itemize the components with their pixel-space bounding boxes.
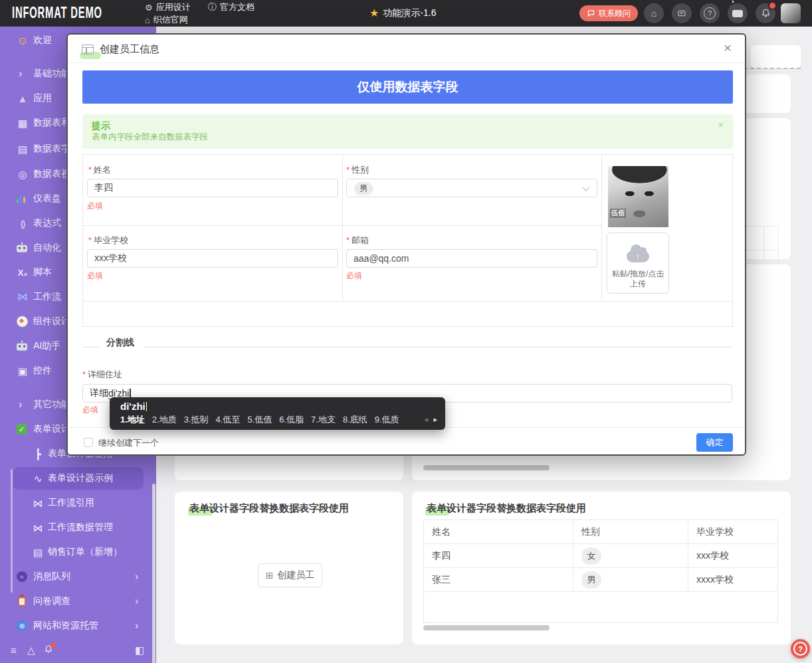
required-asterisk: *: [88, 165, 92, 175]
ime-candidate[interactable]: 4.低至: [216, 414, 241, 426]
topbar: INFORMAT DEMO ⚙ 应用设计 ⓘ 官方文档 ⌂ 织信官网 ★ 功能演…: [0, 0, 812, 27]
sidebar-item-label: 组件设计: [33, 316, 70, 328]
panel-title-text: 表单设计器字段替换数据表字段使用: [427, 502, 586, 514]
nav-official-docs[interactable]: ⓘ 官方文档: [208, 1, 254, 13]
gender-select[interactable]: 男: [346, 179, 597, 197]
required-asterisk: *: [82, 369, 86, 379]
ime-candidate[interactable]: 3.抵制: [184, 414, 209, 426]
sidebar-item-label: 自动化: [33, 242, 61, 254]
modal-title: 创建员工信息: [100, 43, 159, 56]
bell-badge-dot: [51, 643, 56, 648]
sidebar-item-label: 数据表字: [33, 143, 70, 155]
panel-title-text: 表单设计器字段替换数据表字段使用: [189, 502, 349, 514]
gender-tag: 女: [581, 547, 601, 565]
help-button[interactable]: ?: [700, 3, 720, 23]
floating-help-button[interactable]: ?: [791, 639, 810, 658]
horizontal-scrollbar-thumb[interactable]: [423, 625, 550, 630]
panel-title: 表单设计器字段替换数据表字段使用: [427, 502, 586, 515]
triangle-icon[interactable]: △: [27, 644, 35, 656]
label-text: 邮箱: [352, 235, 369, 245]
check-glyph: ✓: [19, 425, 25, 434]
script-icon: X₂: [17, 268, 29, 277]
sidebar-scrollbar[interactable]: [152, 484, 155, 663]
school-input[interactable]: [87, 249, 338, 268]
globe-glyph: ⊕: [19, 622, 25, 630]
ime-candidate[interactable]: 2.地质: [152, 414, 177, 426]
sidebar-item-label: 消息队列: [33, 571, 70, 583]
ime-candidate[interactable]: 6.低脂: [279, 414, 304, 426]
ime-candidate[interactable]: 8.底纸: [343, 414, 367, 426]
close-icon[interactable]: ×: [724, 41, 732, 56]
ime-candidate-window: di'zhi 1.地址 2.地质 3.抵制 4.低至 5.低值 6.低脂 7.地…: [110, 397, 445, 430]
workflow-icon: ⋈: [32, 523, 44, 533]
ime-cursor: [146, 402, 148, 411]
alert-title: 提示: [92, 120, 724, 132]
upload-dropzone[interactable]: ↑ 粘贴/拖放/点击 上传: [607, 233, 669, 294]
form-designer-panel-right: 表单设计器字段替换数据表字段使用 姓名 性别 毕业学校 李四 女 xxx学校 张…: [412, 492, 791, 644]
mountain-icon: ▲: [17, 94, 29, 104]
ime-page-prev-icon[interactable]: ◂: [424, 415, 428, 424]
home-button[interactable]: ⌂: [644, 3, 664, 23]
sidebar-subitem-workflow-reference[interactable]: ⋈ 工作流引用: [0, 494, 156, 512]
ime-candidate[interactable]: 1.地址: [120, 414, 145, 426]
sidebar-item-label: 网站和资源托管: [33, 620, 98, 632]
sidebar-item-label: 应用: [33, 92, 52, 104]
sidebar-subitem-workflow-data[interactable]: ⋈ 工作流数据管理: [0, 518, 156, 537]
chevron-right-icon: ›: [19, 68, 22, 80]
gender-tag: 男: [354, 182, 373, 195]
sidebar-item-label: 数据表和: [33, 117, 70, 129]
nav-label: 织信官网: [153, 14, 188, 26]
ime-candidate[interactable]: 5.低值: [247, 414, 272, 426]
sidebar-item-label: 控件: [33, 365, 52, 377]
table-row[interactable]: 张三 男 xxxx学校: [424, 568, 778, 592]
workflow-icon: ⋈: [17, 292, 29, 302]
alert-close-icon[interactable]: ×: [718, 120, 724, 130]
sidebar-item-label: 问卷调查: [33, 595, 70, 607]
sidebar-subitem-form-designer-example[interactable]: ∿ 表单设计器示例: [13, 467, 144, 490]
user-avatar[interactable]: [781, 3, 801, 23]
feedback-button[interactable]: [672, 3, 692, 23]
horizontal-scrollbar-thumb[interactable]: [423, 465, 550, 470]
sidebar-group-hosting[interactable]: ⊕ 网站和资源托管 ›: [0, 616, 156, 635]
table-rows-icon: ▤: [17, 144, 29, 154]
ime-candidate[interactable]: 9.低质: [375, 414, 399, 426]
question-circle-icon: ?: [793, 642, 807, 656]
cell-name: 李四: [424, 544, 573, 568]
assistant-robot-button[interactable]: [728, 3, 748, 23]
create-employee-modal: 创建员工信息 × 仅使用数据表字段 提示 表单内字段全部来自数据表字段 × *姓…: [66, 33, 746, 456]
label-text: 详细住址: [88, 369, 122, 379]
question-circle-icon: ?: [704, 7, 716, 19]
table-row[interactable]: 李四 女 xxx学校: [424, 544, 778, 568]
nav-label: 官方文档: [220, 1, 254, 13]
continue-create-checkbox[interactable]: [84, 438, 93, 447]
menu-icon[interactable]: ≡: [11, 644, 17, 656]
ime-candidate[interactable]: 7.地支: [311, 414, 336, 426]
cell-name: 张三: [424, 568, 573, 592]
blue-banner: 仅使用数据表字段: [82, 70, 733, 104]
contact-consultant-button[interactable]: 联系顾问: [579, 5, 638, 21]
name-input[interactable]: [87, 179, 338, 197]
employee-photo[interactable]: 伍佰: [608, 166, 668, 227]
upload-hint-line2: 上传: [612, 279, 664, 289]
form-grid: *姓名 必填 *性别 男 *毕业学校 必填 *邮箱 必填: [82, 154, 733, 327]
collapse-panel-icon[interactable]: ◧: [135, 644, 144, 656]
home-icon: ⌂: [651, 8, 657, 19]
sidebar-subitem-sales-order[interactable]: ▤ 销售订单（新增）: [0, 543, 156, 561]
address-typed-text: 详细: [90, 387, 108, 399]
label-text: 毕业学校: [94, 235, 128, 245]
sidebar-group-survey[interactable]: 问卷调查 ›: [0, 592, 156, 611]
table-header-row: 姓名 性别 毕业学校: [424, 520, 778, 544]
star-icon: ★: [369, 7, 379, 19]
nav-zhixin-site[interactable]: ⌂ 织信官网: [145, 14, 188, 26]
divider-label: 分割线: [106, 337, 134, 349]
ime-page-next-icon[interactable]: ▸: [433, 415, 437, 424]
sidebar-group-message-queue[interactable]: ≈ 消息队列 ›: [0, 567, 156, 586]
sidebar-item-label: 工作流: [33, 291, 61, 303]
email-input[interactable]: [346, 249, 597, 268]
column-header: 性别: [573, 520, 688, 544]
confirm-button[interactable]: 确定: [696, 433, 733, 452]
wave-glyph: ≈: [20, 573, 24, 581]
sidebar-item-label: 工作流引用: [48, 497, 94, 509]
nav-app-design[interactable]: ⚙ 应用设计: [145, 1, 191, 13]
create-employee-button[interactable]: ⊞ 创建员工: [258, 563, 322, 587]
